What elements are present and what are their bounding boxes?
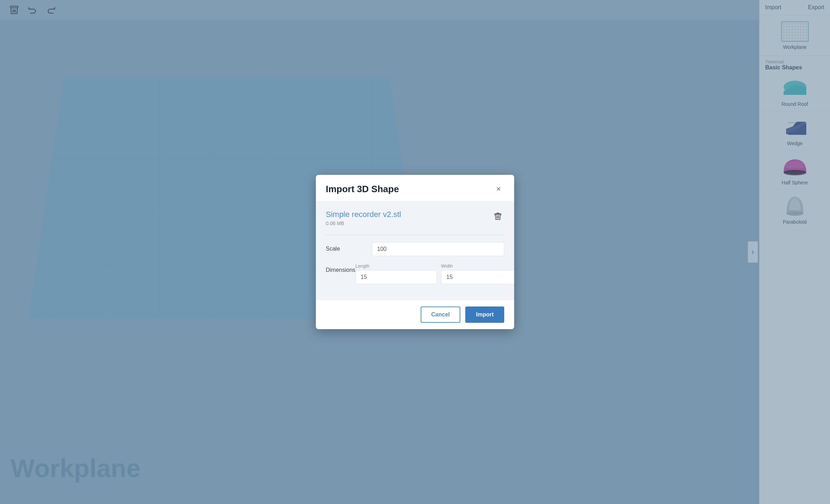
scale-label: Scale: [326, 242, 372, 252]
dimensions-row: Dimensions Length Width Height: [326, 263, 504, 284]
width-group: Width: [441, 263, 514, 284]
import-modal: Import 3D Shape × Simple recorder v2.stl…: [316, 175, 514, 329]
divider: [326, 235, 504, 235]
file-size: 0.06 MB: [326, 220, 401, 226]
modal-close-button[interactable]: ×: [493, 183, 504, 195]
length-group: Length: [356, 263, 437, 284]
width-label: Width: [441, 263, 514, 269]
modal-footer: Cancel Import: [316, 300, 514, 329]
modal-title: Import 3D Shape: [326, 184, 399, 195]
length-input[interactable]: [356, 270, 437, 284]
dimensions-inputs: Length Width Height: [356, 263, 514, 284]
modal-header: Import 3D Shape ×: [316, 175, 514, 201]
import-button[interactable]: Import: [465, 307, 504, 323]
length-label: Length: [356, 263, 437, 269]
dimensions-label: Dimensions: [326, 263, 356, 273]
svg-rect-17: [495, 214, 501, 215]
width-input[interactable]: [441, 270, 514, 284]
scale-row: Scale: [326, 242, 504, 256]
file-name: Simple recorder v2.stl: [326, 210, 401, 219]
cancel-button[interactable]: Cancel: [421, 307, 460, 323]
scale-input-wrap: [372, 242, 504, 256]
file-info: Simple recorder v2.stl 0.06 MB: [326, 210, 504, 226]
scale-input[interactable]: [372, 242, 504, 256]
delete-file-button[interactable]: [491, 210, 504, 223]
modal-body: Simple recorder v2.stl 0.06 MB Scale: [316, 201, 514, 300]
dimensions-inputs-wrap: Length Width Height: [356, 263, 514, 284]
modal-overlay: Import 3D Shape × Simple recorder v2.stl…: [0, 0, 830, 504]
file-details: Simple recorder v2.stl 0.06 MB: [326, 210, 401, 226]
